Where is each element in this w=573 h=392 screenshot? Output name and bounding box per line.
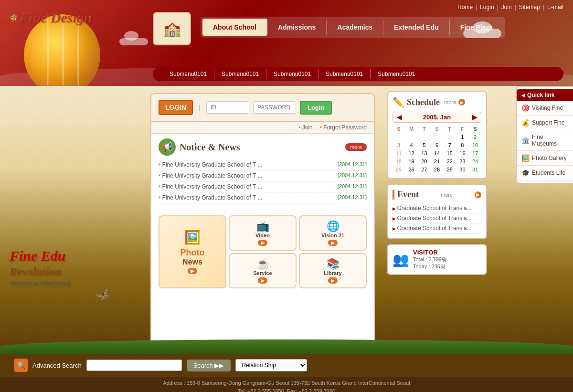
email-link[interactable]: E-mail bbox=[547, 4, 563, 11]
cal-day-28[interactable]: 29 bbox=[444, 166, 456, 173]
login-sub: Join Forgot Password bbox=[151, 122, 374, 134]
cal-day-26[interactable]: 27 bbox=[418, 166, 430, 173]
library-arrow[interactable]: ▶ bbox=[328, 277, 338, 284]
cal-day-15[interactable]: 16 bbox=[456, 149, 469, 157]
cal-day-18[interactable]: 19 bbox=[405, 158, 418, 165]
join-link[interactable]: Join bbox=[501, 4, 512, 11]
cal-day-29[interactable]: 30 bbox=[456, 166, 469, 173]
library-card[interactable]: 📚 Library ▶ bbox=[299, 253, 367, 288]
cal-day-22[interactable]: 23 bbox=[456, 158, 469, 165]
cal-day-2[interactable]: 2 bbox=[469, 133, 481, 141]
sitemap-link[interactable]: Sitemap bbox=[519, 4, 540, 11]
login-button[interactable]: Login bbox=[300, 101, 332, 115]
schedule-box: ✏️ Schedule more ▶ ◀ 2005. Jan ▶ S M T S… bbox=[387, 91, 487, 179]
home-link[interactable]: Home bbox=[457, 4, 473, 11]
cal-day-27[interactable]: 28 bbox=[431, 166, 443, 173]
quick-link-gallery[interactable]: 🖼️ Photo Gallery bbox=[517, 151, 573, 166]
service-arrow[interactable]: ▶ bbox=[258, 277, 267, 284]
cal-day-10[interactable]: 11 bbox=[393, 149, 405, 157]
id-input[interactable] bbox=[206, 101, 249, 114]
search-button[interactable]: Search ▶▶ bbox=[187, 360, 231, 371]
address-line2: Tel: +82 2 555 5656, Fax: +82 2 559 7990 bbox=[14, 387, 559, 392]
notice-text-2[interactable]: Fine University Graduate School of T ... bbox=[159, 172, 262, 179]
quick-link-visiting[interactable]: 🎯 Visiting Fine bbox=[517, 101, 573, 116]
cal-day-21[interactable]: 22 bbox=[444, 158, 456, 165]
join-sub-link[interactable]: Join bbox=[298, 124, 313, 131]
vision21-arrow[interactable]: ▶ bbox=[328, 240, 338, 246]
cal-day-25[interactable]: 26 bbox=[405, 166, 418, 173]
quick-link-students[interactable]: 🎓 Etudents Life bbox=[517, 166, 573, 180]
cal-day-5[interactable]: 5 bbox=[418, 141, 430, 149]
event-more-icon[interactable]: ▶ bbox=[475, 191, 481, 198]
content-box: LOGIN | Login Join Forgot Password 📢 Not… bbox=[150, 93, 375, 347]
cal-day-6[interactable]: 6 bbox=[431, 141, 443, 149]
tab-admissions[interactable]: Admissions bbox=[267, 19, 327, 36]
cal-header-t2: T bbox=[444, 125, 456, 133]
event-item-1[interactable]: Graduate School of Transla... bbox=[393, 203, 481, 213]
cal-day-1[interactable]: 1 bbox=[456, 133, 469, 141]
cal-day-24[interactable]: 25 bbox=[393, 166, 405, 173]
login-divider: | bbox=[197, 104, 202, 111]
photo-news-arrow[interactable]: ▶ bbox=[188, 268, 197, 274]
cal-day-14[interactable]: 15 bbox=[444, 149, 456, 157]
cal-day-11[interactable]: 12 bbox=[405, 149, 418, 157]
cal-day-8[interactable]: 8 bbox=[456, 141, 469, 149]
cal-day-3[interactable]: 3 bbox=[393, 141, 405, 149]
cloud4 bbox=[124, 31, 138, 41]
quick-link-panel: Quick link 🎯 Visiting Fine 💰 Support Fin… bbox=[516, 86, 573, 184]
notice-text-1[interactable]: Fine University Graduate School of T ... bbox=[159, 161, 262, 168]
submenu-item-1[interactable]: Submenu0101 bbox=[162, 69, 214, 79]
cal-day-23[interactable]: 24 bbox=[469, 158, 481, 165]
search-input[interactable] bbox=[86, 360, 182, 371]
welcome-text: Welcome to FineSchool bbox=[10, 279, 70, 287]
footer-address: Address : 159-8 Samseong-Dong Gangnam-Gu… bbox=[0, 377, 573, 392]
cal-prev-button[interactable]: ◀ bbox=[397, 114, 402, 121]
cal-day-17[interactable]: 18 bbox=[393, 158, 405, 165]
notice-text-3[interactable]: Fine University Graduate School of T ... bbox=[159, 183, 262, 190]
cal-next-button[interactable]: ▶ bbox=[472, 114, 477, 121]
video-card[interactable]: 📺 Video ▶ bbox=[229, 215, 297, 251]
cal-day-4[interactable]: 4 bbox=[405, 141, 418, 149]
vision21-card[interactable]: 🌐 Vision 21 ▶ bbox=[299, 215, 367, 251]
cal-day-16[interactable]: 17 bbox=[469, 149, 481, 157]
search-icon-box: 🔍 bbox=[14, 359, 28, 372]
quick-link-support[interactable]: 💰 Support Fine bbox=[517, 116, 573, 130]
login-link[interactable]: Login bbox=[480, 4, 494, 11]
tab-about-school[interactable]: About School bbox=[202, 19, 267, 36]
quick-link-museums[interactable]: 🏛️ Fine Museums bbox=[517, 130, 573, 151]
schedule-more[interactable]: more bbox=[444, 99, 456, 105]
event-item-3[interactable]: Graduate School of Transla... bbox=[393, 223, 481, 233]
event-more[interactable]: more bbox=[441, 192, 453, 198]
video-arrow[interactable]: ▶ bbox=[258, 240, 267, 246]
submenu-item-3[interactable]: Submenu0101 bbox=[266, 69, 318, 79]
cal-day-13[interactable]: 14 bbox=[431, 149, 443, 157]
calendar-month: 2005. Jan bbox=[423, 114, 451, 121]
relation-select[interactable]: Relation Ship bbox=[235, 359, 307, 371]
footer-bar: 🔍 Advanced Search Search ▶▶ Relation Shi… bbox=[0, 354, 573, 392]
tab-fine-plaza[interactable]: Fine Plaza bbox=[450, 19, 503, 36]
cal-day-7[interactable]: 7 bbox=[444, 141, 456, 149]
cal-day-empty2 bbox=[405, 133, 418, 141]
cal-day-19[interactable]: 20 bbox=[418, 158, 430, 165]
submenu-item-4[interactable]: Submenu0101 bbox=[318, 69, 371, 79]
login-label: LOGIN bbox=[159, 100, 193, 115]
event-item-2[interactable]: Graduate School of Transla... bbox=[393, 213, 481, 223]
cal-day-30[interactable]: 31 bbox=[469, 166, 481, 173]
submenu-item-5[interactable]: Submenu0101 bbox=[371, 69, 422, 79]
password-input[interactable] bbox=[253, 101, 296, 114]
revolution-text: Revolution bbox=[10, 265, 70, 278]
schedule-more-icon[interactable]: ▶ bbox=[458, 99, 465, 106]
notice-more-button[interactable]: more bbox=[345, 143, 367, 151]
tab-extended-edu[interactable]: Extended Edu bbox=[383, 19, 449, 36]
tab-academics[interactable]: Academics bbox=[327, 19, 383, 36]
submenu-item-2[interactable]: Submenu0101 bbox=[214, 69, 266, 79]
calendar-grid: S M T S T F S 1 2 3 4 5 6 7 bbox=[393, 125, 481, 173]
cal-day-20[interactable]: 21 bbox=[431, 158, 443, 165]
service-card[interactable]: ☕ Service ▶ bbox=[229, 253, 297, 288]
forgot-password-link[interactable]: Forgot Password bbox=[320, 124, 367, 131]
notice-text-4[interactable]: Fine University Graduate School of T ... bbox=[159, 194, 262, 201]
notice-item-4: Fine University Graduate School of T ...… bbox=[159, 192, 367, 203]
photo-news-card[interactable]: 🖼️ Photo News ▶ bbox=[159, 215, 226, 288]
cal-day-9[interactable]: 10 bbox=[469, 141, 481, 149]
cal-day-12[interactable]: 13 bbox=[418, 149, 430, 157]
